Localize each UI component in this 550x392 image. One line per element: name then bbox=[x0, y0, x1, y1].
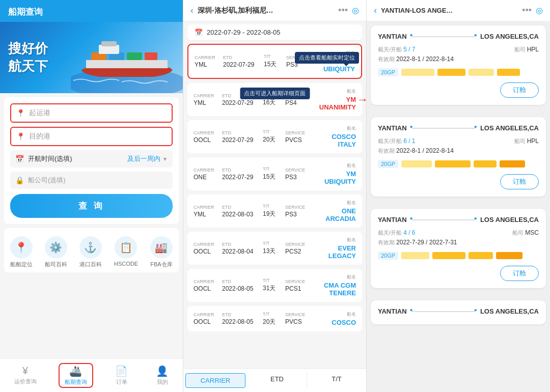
date-row[interactable]: 📅 开航时间(选填) 及后一周内 ▼ bbox=[10, 150, 173, 167]
ship-value-6[interactable]: CMA CGM TENERE bbox=[316, 282, 356, 297]
date-range: 2022-07-29 - 2022-08-05 bbox=[207, 29, 281, 36]
schedule-item-6[interactable]: CARRIER OOCL ETD 2022-08-05 T/T 31天 SERV… bbox=[187, 269, 362, 302]
nav-ship-location[interactable]: 📍 船舶定位 bbox=[10, 236, 33, 268]
vessel-info-1: 船司 HPL bbox=[514, 136, 539, 145]
etd-header: ETD bbox=[223, 55, 260, 60]
more-options-icon[interactable]: ••• bbox=[338, 5, 348, 16]
bottom-nav-orders[interactable]: 📄 订单 bbox=[109, 363, 134, 388]
ship-value-1[interactable]: YMUNANIMITY bbox=[316, 96, 356, 111]
filter-tab-etd[interactable]: ETD bbox=[248, 372, 307, 389]
schedule-item-4[interactable]: CARRIER YML ETD 2022-08-03 T/T 19天 SERVI… bbox=[187, 194, 362, 228]
service-value-5: PCS2 bbox=[285, 248, 312, 255]
svg-rect-8 bbox=[101, 41, 117, 46]
col-carrier-1: CARRIER YML bbox=[194, 93, 218, 106]
back-arrow-icon[interactable]: ‹ bbox=[190, 5, 194, 16]
service-header-3: SERVICE bbox=[285, 167, 312, 173]
target-icon[interactable]: ◎ bbox=[352, 6, 359, 15]
port-icon: ⚓ bbox=[79, 236, 102, 259]
col-etd-0: ETD 2022-07-29 bbox=[223, 55, 260, 68]
origin-input-row[interactable]: 📍 起运港 bbox=[10, 103, 173, 123]
from-port-1: YANTIAN bbox=[378, 124, 407, 132]
nav-port[interactable]: ⚓ 港口百科 bbox=[79, 236, 102, 268]
nav-label-ship-location: 船舶定位 bbox=[10, 261, 33, 268]
profile-icon: 👤 bbox=[156, 365, 169, 377]
route-card-1: YANTIAN LOS ANGELES,CA 截关/开船 6 / 1 船司 HP… bbox=[371, 117, 546, 197]
nav-label-shipping-co: 船司百科 bbox=[45, 261, 67, 268]
route-header-2: YANTIAN LOS ANGELES,CA bbox=[378, 216, 539, 223]
ship-value-3[interactable]: YM UBIQUITY bbox=[316, 170, 356, 185]
shipping-co-icon: ⚙️ bbox=[45, 236, 67, 259]
ship-value-7[interactable]: COSCO bbox=[316, 319, 356, 326]
filter-tab-carrier[interactable]: CARRIER bbox=[185, 373, 245, 388]
tt-header-4: T/T bbox=[263, 204, 281, 209]
nav-hscode[interactable]: 📋 HSCODE bbox=[114, 236, 138, 268]
route-line-2 bbox=[412, 219, 475, 220]
panel3-header: ‹ YANTIAN-LOS ANGE… ••• ◎ bbox=[367, 0, 550, 21]
service-value-2: PVCS bbox=[285, 136, 312, 144]
price-blur-3 bbox=[469, 69, 494, 76]
search-button[interactable]: 查 询 bbox=[10, 194, 173, 218]
validity-label-2: 有效期 bbox=[378, 239, 396, 245]
svg-rect-5 bbox=[127, 52, 142, 60]
schedule-item-2[interactable]: CARRIER OOCL ETD 2022-07-29 T/T 20天 SERV… bbox=[187, 120, 362, 153]
clearfix-2: 订舱 bbox=[378, 263, 539, 283]
schedule-item-5[interactable]: CARRIER OOCL ETD 2022-08-04 T/T 13天 SERV… bbox=[187, 232, 362, 265]
bottom-nav-price[interactable]: ¥ 运价查询 bbox=[8, 363, 43, 388]
nav-fba[interactable]: 🏭 FBA仓库 bbox=[150, 236, 173, 268]
cutoff-label-0: 截关/开船 bbox=[378, 46, 403, 52]
carrier-header-6: CARRIER bbox=[194, 279, 218, 284]
bottom-nav-profile[interactable]: 👤 我的 bbox=[150, 363, 175, 388]
ship-value-2[interactable]: COSCO ITALY bbox=[316, 133, 356, 148]
banner-line2: 航天下 bbox=[8, 58, 48, 75]
col-carrier-2: CARRIER OOCL bbox=[194, 130, 218, 144]
more-options-panel3-icon[interactable]: ••• bbox=[522, 5, 532, 16]
orders-icon: 📄 bbox=[115, 365, 128, 377]
ship-header-6: 船名 bbox=[316, 274, 356, 281]
dest-input-row[interactable]: 📍 目的港 bbox=[10, 127, 173, 146]
col-service-4: SERVICE PS3 bbox=[285, 205, 312, 218]
cutoff-info-0: 截关/开船 5 / 7 bbox=[378, 44, 415, 53]
ship-value-4[interactable]: ONE ARCADIA bbox=[316, 207, 356, 222]
book-button-0[interactable]: 订舱 bbox=[500, 82, 539, 98]
to-port-3: LOS ANGELES,CA bbox=[480, 307, 539, 315]
target-panel3-icon[interactable]: ◎ bbox=[536, 6, 543, 15]
tooltip-detail: 点击可进入船期详细页面 bbox=[240, 88, 310, 99]
schedule-row-7: CARRIER OOCL ETD 2022-08-05 T/T 20天 SERV… bbox=[194, 311, 356, 326]
route-header-1: YANTIAN LOS ANGELES,CA bbox=[378, 124, 539, 132]
etd-header-7: ETD bbox=[222, 312, 259, 317]
filter-tab-tt[interactable]: T/T bbox=[307, 372, 366, 389]
carrier-value-6: OOCL bbox=[194, 285, 218, 292]
price-blur-8 bbox=[500, 160, 525, 167]
service-value-3: PS3 bbox=[285, 174, 312, 181]
tt-header-5: T/T bbox=[263, 241, 281, 246]
etd-value-1: 2022-07-29 bbox=[222, 99, 259, 106]
date-value: 及后一周内 bbox=[127, 154, 160, 163]
banner: 搜好价 航天下 bbox=[0, 22, 183, 93]
company-row[interactable]: 🔒 船公司(选填) bbox=[10, 172, 173, 189]
carrier-header-7: CARRIER bbox=[194, 312, 218, 317]
date-filter[interactable]: 📅 2022-07-29 - 2022-08-05 bbox=[187, 24, 362, 41]
schedule-item-3[interactable]: CARRIER ONE ETD 2022-07-29 T/T 15天 SERVI… bbox=[187, 157, 362, 190]
back-arrow-panel3-icon[interactable]: ‹ bbox=[374, 5, 377, 16]
col-ship-2: 船名 COSCO ITALY bbox=[316, 125, 356, 148]
tt-header-3: T/T bbox=[263, 166, 281, 172]
date-select[interactable]: 及后一周内 ▼ bbox=[127, 154, 168, 163]
etd-header-6: ETD bbox=[222, 279, 259, 284]
book-button-1[interactable]: 订舱 bbox=[500, 174, 539, 189]
ship-value-5[interactable]: EVER LEGACY bbox=[316, 244, 356, 260]
tt-header: T/T bbox=[264, 54, 282, 59]
bottom-nav-schedule[interactable]: 🚢 船期查询 bbox=[59, 363, 93, 388]
col-etd-5: ETD 2022-08-04 bbox=[222, 242, 259, 255]
nav-label-hscode: HSCODE bbox=[114, 261, 138, 267]
carrier-header-3: CARRIER bbox=[194, 167, 218, 173]
book-button-2[interactable]: 订舱 bbox=[500, 266, 539, 281]
col-tt-2: T/T 20天 bbox=[263, 129, 281, 144]
service-value-7: PVCS bbox=[285, 318, 312, 325]
price-row-2: 20GP bbox=[378, 251, 539, 260]
vessel-info-0: 船司 HPL bbox=[514, 44, 539, 53]
schedule-item-7[interactable]: CARRIER OOCL ETD 2022-08-05 T/T 20天 SERV… bbox=[187, 306, 362, 331]
cutoff-value-0: 5 / 7 bbox=[403, 46, 415, 53]
col-ship-1: 船名 YMUNANIMITY bbox=[316, 88, 356, 111]
carrier-value-3: ONE bbox=[194, 174, 218, 181]
nav-shipping-co[interactable]: ⚙️ 船司百科 bbox=[45, 236, 67, 268]
